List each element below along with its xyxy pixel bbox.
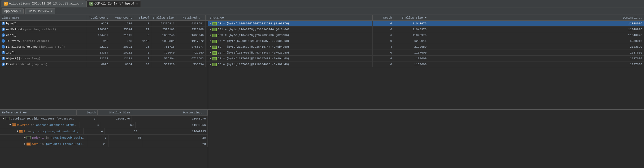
col-retained-header[interactable]: Retained ... bbox=[176, 15, 206, 21]
ref-expand-arrow[interactable]: ▼ bbox=[16, 128, 18, 135]
left-table-row[interactable]: C Object[] (java.lang) 22218 12181 0 596… bbox=[0, 56, 208, 61]
expand-arrow[interactable]: ▶ bbox=[210, 38, 211, 44]
cell-depth: 4 bbox=[373, 56, 394, 61]
cell-retained: 535334 bbox=[176, 61, 206, 67]
ref-cell-dom: 28 bbox=[143, 141, 208, 147]
cell-r-shallowsize: 1137600 bbox=[394, 50, 428, 56]
ref-cell-depth: 3 bbox=[87, 135, 108, 141]
heap-dropdown[interactable]: App heap ▼ bbox=[2, 8, 24, 14]
col-dominating-header[interactable]: Dominati... bbox=[428, 15, 644, 21]
cell-retained: 2523168 bbox=[176, 26, 206, 32]
col-r-shallowsize-header[interactable]: Shallow Size ▼ bbox=[394, 15, 428, 21]
right-table-row[interactable]: ▶ 803 = {byte[11048976]@2377895936 (0x8d… bbox=[208, 32, 644, 38]
instance-text: 57 = {byte[1137600]@2429247488 (0x90cb60… bbox=[218, 56, 290, 61]
cell-r-shallowsize: 6230016 bbox=[394, 38, 428, 44]
ref-tree-row[interactable]: ▼ byte[11048976]@2475122688 (0x93876000)… bbox=[0, 116, 208, 122]
cell-sizeof: 80 bbox=[134, 61, 151, 67]
tab-alloc-close[interactable]: ✕ bbox=[81, 2, 83, 5]
class-name-text: ArtMethod bbox=[6, 26, 22, 32]
cell-heapcount: 948 bbox=[110, 38, 134, 44]
ref-field-name: data bbox=[32, 143, 38, 146]
tab-bar: A Allocations_2015.11.26_13.55.33.alloc … bbox=[0, 0, 644, 7]
cell-shallowsize: 1685246 bbox=[151, 32, 176, 38]
ref-cell-depth: 20 bbox=[87, 141, 108, 147]
expand-arrow[interactable]: ▶ bbox=[210, 26, 211, 32]
ref-in-keyword: in bbox=[28, 130, 31, 133]
ref-tree-row[interactable]: ▶ data in java.util.LinkedList$Link@3148… bbox=[0, 141, 208, 147]
cell-shallowsize: 596304 bbox=[151, 56, 176, 61]
left-table-header: Class Name Total Count Heap Count Sizeof… bbox=[0, 15, 208, 21]
col-sizeof-header[interactable]: Sizeof bbox=[134, 15, 151, 21]
bottom-left: Reference Tree Depth Shallow Size Domina… bbox=[0, 110, 208, 168]
ref-tree-row[interactable]: ▼ mBuffer in android.graphics.Bitmap@314… bbox=[0, 122, 208, 128]
ref-expand-arrow[interactable]: ▼ bbox=[9, 122, 11, 128]
ref-expand-arrow[interactable]: ▼ bbox=[2, 116, 5, 122]
cell-classname: C TextView (android.widget) bbox=[0, 38, 86, 44]
ref-expand-arrow[interactable]: ▶ bbox=[24, 141, 26, 147]
left-table-row[interactable]: C Paint (android.graphics) 6926 6654 80 … bbox=[0, 61, 208, 67]
right-table-row[interactable]: ▶ 57 = {byte[1137600]@2429247488 (0x90cb… bbox=[208, 56, 644, 61]
toolbar: App heap ▼ Class List View ▼ bbox=[0, 7, 644, 15]
cell-depth: 0 bbox=[373, 38, 394, 44]
main-layout: Class Name Total Count Heap Count Sizeof… bbox=[0, 15, 644, 109]
ref-class-ref: java.util.LinkedList$Link@314819200 (0x1… bbox=[46, 143, 85, 146]
ref-expand-arrow[interactable]: ▶ bbox=[24, 135, 26, 141]
left-table-row[interactable]: C int[] 13384 10132 0 722640 722640 bbox=[0, 50, 208, 56]
right-table-row[interactable]: ▶ 54 = {byte[6230016]@1834115072 (0x6d52… bbox=[208, 38, 644, 44]
expand-arrow[interactable]: ▶ bbox=[210, 61, 211, 67]
ref-cell-instance: ▶ data in java.util.LinkedList$Link@3148… bbox=[0, 141, 87, 147]
tab-hprof-close[interactable]: ✕ bbox=[136, 2, 138, 5]
expand-arrow[interactable]: ▶ bbox=[210, 21, 211, 26]
col-heapcount-header[interactable]: Heap Count bbox=[110, 15, 134, 21]
ref-tree-col-dom[interactable]: Dominating... bbox=[132, 110, 208, 116]
cell-instance: ▶ 803 = {byte[11048976]@2377895936 (0x8d… bbox=[208, 32, 373, 38]
cell-r-shallowsize: 11048976 bbox=[394, 26, 428, 32]
ref-tree-row[interactable]: ▶ Index 1 in java.lang.Object[12]@314624… bbox=[0, 135, 208, 141]
col-totalcount-header[interactable]: Total Count bbox=[86, 15, 110, 21]
cell-r-shallowsize: 11048976 bbox=[394, 21, 428, 26]
instance-icon bbox=[212, 28, 217, 31]
ref-field-icon bbox=[19, 130, 23, 133]
ref-cell-shallow: 60 bbox=[101, 122, 136, 128]
cell-dominating: 11048976 bbox=[428, 26, 644, 32]
cell-instance: ▶ 58 = {byte[1137600]@2418884608 (0x902d… bbox=[208, 61, 373, 67]
tab-alloc[interactable]: A Allocations_2015.11.26_13.55.33.alloc … bbox=[1, 1, 86, 7]
expand-arrow[interactable]: ▶ bbox=[210, 50, 211, 56]
expand-arrow[interactable]: ▶ bbox=[210, 56, 211, 61]
col-depth-header[interactable]: Depth bbox=[373, 15, 394, 21]
instance-icon bbox=[212, 51, 217, 55]
left-table-row[interactable]: C FinalizerReference (java.lang.ref) 221… bbox=[0, 44, 208, 50]
right-table-row[interactable]: ▶ 55 = {byte[1137600]@2453438464 (0x923c… bbox=[208, 50, 644, 56]
left-table-row[interactable]: C char[] 104407 21145 0 1685246 1685246 bbox=[0, 32, 208, 38]
cell-retained: 1685246 bbox=[176, 32, 206, 38]
left-table-row[interactable]: C ArtMethod (java.lang.reflect) 220375 3… bbox=[0, 26, 208, 32]
cell-heapcount: 20881 bbox=[110, 44, 134, 50]
ref-tree-row[interactable]: ▼ k in jp.co.cyberagent.android.gpuimage… bbox=[0, 128, 208, 135]
cell-sizeof: 0 bbox=[134, 50, 151, 56]
instance-icon bbox=[212, 46, 217, 49]
right-table-row[interactable]: ▶ 53 = {byte[11048976]@2475122688 (0x938… bbox=[208, 21, 644, 26]
ref-field-name: mBuffer bbox=[17, 123, 29, 127]
right-table-row[interactable]: ▶ 59 = {byte[2183680]@2336415744 (0x8b42… bbox=[208, 44, 644, 50]
class-name-text: TextView bbox=[6, 38, 20, 44]
left-table-row[interactable]: C byte[] 9263 1734 0 92305811 9230581 bbox=[0, 21, 208, 26]
ref-tree-col-depth[interactable]: Depth bbox=[76, 110, 98, 116]
right-table-row[interactable]: ▶ 301 = {byte[11048976]@2388946944 (0x8e… bbox=[208, 26, 644, 32]
expand-arrow[interactable]: ▶ bbox=[210, 32, 211, 38]
tab-hprof-label: OOM-11_25_17_57.hprof bbox=[94, 2, 134, 6]
class-sub-text: (android.widget) bbox=[21, 38, 49, 44]
tab-hprof[interactable]: H OOM-11_25_17_57.hprof ✕ bbox=[86, 1, 141, 7]
ref-tree-col-shallow[interactable]: Shallow Size bbox=[98, 110, 132, 116]
ref-cell-dom: 11049295 bbox=[139, 128, 208, 135]
class-icon: C bbox=[2, 28, 5, 31]
cell-shallowsize: 92305811 bbox=[151, 21, 176, 26]
left-table-row[interactable]: C TextView (android.widget) 948 948 1148… bbox=[0, 38, 208, 44]
right-table-header: Instance Depth Shallow Size ▼ Dominati..… bbox=[208, 15, 644, 21]
ref-cell-instance: ▼ mBuffer in android.graphics.Bitmap@314… bbox=[0, 122, 80, 128]
col-shallowsize-header[interactable]: Shallow Size ▼ bbox=[151, 15, 176, 21]
cell-retained: 6721503 bbox=[176, 56, 206, 61]
class-name-text: Object[] bbox=[6, 56, 20, 61]
view-dropdown[interactable]: Class List View ▼ bbox=[25, 8, 55, 14]
expand-arrow[interactable]: ▶ bbox=[210, 44, 211, 50]
right-table-row[interactable]: ▶ 58 = {byte[1137600]@2418884608 (0x902d… bbox=[208, 61, 644, 67]
